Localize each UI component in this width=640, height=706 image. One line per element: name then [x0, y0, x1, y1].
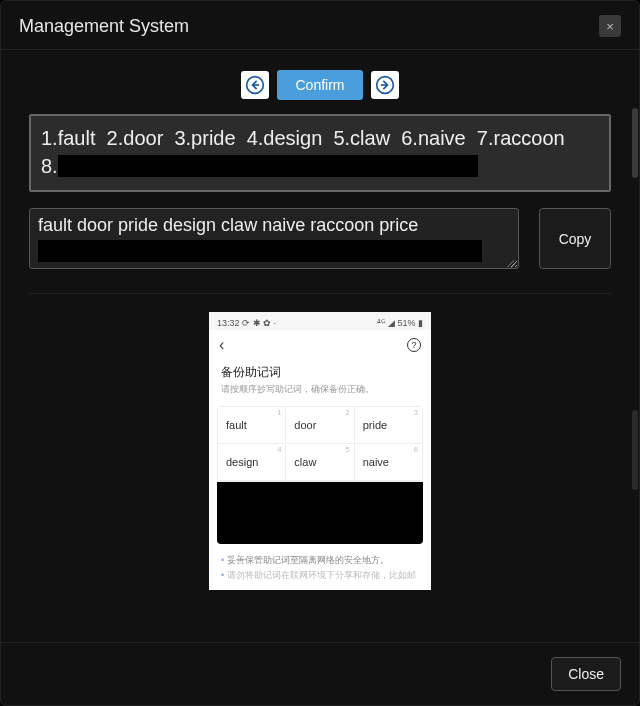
phone-mockup: 13:32 ⟳ ✱ ✿ · ⁴ᴳ ◢ 51% ▮ ‹ ? 备份助记词 请按顺序抄…	[209, 312, 431, 590]
next-button[interactable]	[371, 71, 399, 99]
resize-handle-icon[interactable]	[506, 256, 516, 266]
back-icon[interactable]: ‹	[219, 336, 224, 354]
phone-note: •妥善保管助记词至隔离网络的安全地方。 •请勿将助记词在联网环境下分享和存储，比…	[209, 544, 431, 590]
phone-nav: ‹ ?	[209, 330, 431, 360]
phone-grid-row: fault1door2pride3	[218, 407, 422, 444]
phone-redacted-block	[217, 482, 423, 544]
modal-body: Confirm 1.fault 2.door 3.pride 4.design …	[1, 50, 639, 642]
phone-grid-cell: naive6	[355, 444, 422, 481]
numbered-words-box[interactable]: 1.fault 2.door 3.pride 4.design 5.claw 6…	[29, 114, 611, 192]
prev-button[interactable]	[241, 71, 269, 99]
arrow-left-icon	[245, 75, 265, 95]
close-icon[interactable]: ×	[599, 15, 621, 37]
phone-status-right: ⁴ᴳ ◢ 51% ▮	[377, 318, 423, 328]
phone-grid-row: design4claw5naive6	[218, 444, 422, 481]
phone-grid-cell: design4	[218, 444, 286, 481]
phone-grid-cell: door2	[286, 407, 354, 444]
phone-grid-cell: pride3	[355, 407, 422, 444]
scrollbar[interactable]	[631, 50, 639, 642]
close-button[interactable]: Close	[551, 657, 621, 691]
help-icon[interactable]: ?	[407, 338, 421, 352]
phone-word-grid: fault1door2pride3design4claw5naive6	[217, 406, 423, 482]
phone-subtitle: 请按顺序抄写助记词，确保备份正确。	[209, 383, 431, 406]
confirm-button[interactable]: Confirm	[277, 70, 362, 100]
copy-button[interactable]: Copy	[539, 208, 611, 269]
phone-statusbar: 13:32 ⟳ ✱ ✿ · ⁴ᴳ ◢ 51% ▮	[209, 312, 431, 330]
redacted-block	[38, 240, 482, 262]
modal-header: Management System ×	[1, 1, 639, 50]
phone-note-line2: 请勿将助记词在联网环境下分享和存储，比如邮	[227, 570, 416, 580]
phone-title: 备份助记词	[209, 360, 431, 383]
phone-note-line1: 妥善保管助记词至隔离网络的安全地方。	[227, 555, 389, 565]
words-textarea[interactable]: fault door pride design claw naive racco…	[29, 208, 519, 269]
phone-status-left: 13:32 ⟳ ✱ ✿ ·	[217, 318, 276, 328]
modal-title: Management System	[19, 16, 189, 37]
divider	[29, 293, 611, 294]
toolbar: Confirm	[29, 70, 611, 100]
modal: Management System × Confirm 1.fault	[0, 0, 640, 706]
modal-footer: Close	[1, 642, 639, 705]
phone-grid-cell: claw5	[286, 444, 354, 481]
redacted-block	[58, 155, 478, 177]
copy-row: fault door pride design claw naive racco…	[29, 208, 611, 269]
words-text: fault door pride design claw naive racco…	[38, 215, 510, 236]
phone-grid-cell: fault1	[218, 407, 286, 444]
arrow-right-icon	[375, 75, 395, 95]
